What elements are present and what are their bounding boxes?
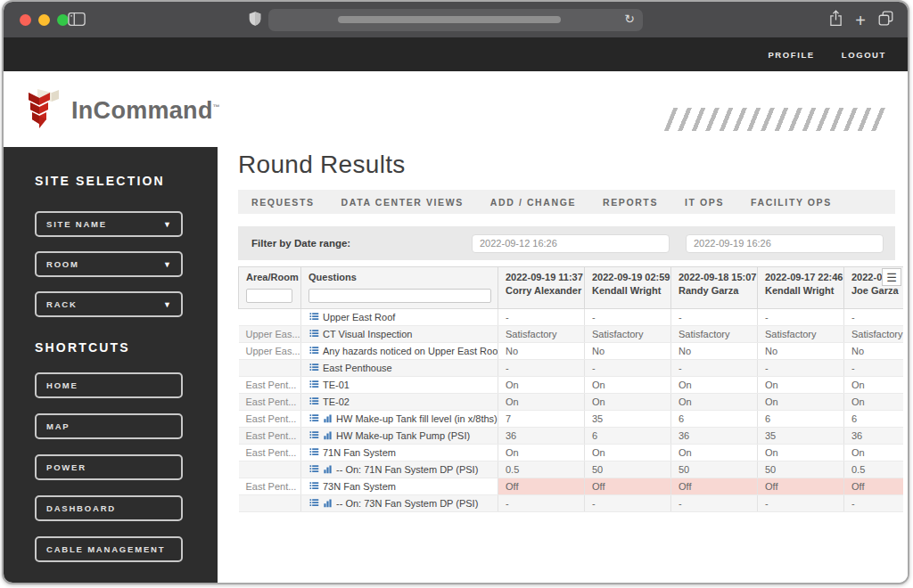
value-cell: Satisfactory bbox=[671, 326, 758, 343]
value-cell: 50 bbox=[671, 461, 758, 478]
value-cell: - bbox=[844, 495, 904, 512]
value-cell: No bbox=[844, 343, 904, 360]
value-cell: - bbox=[498, 309, 585, 326]
sidebar: SITE SELECTION SITE NAME▼ROOM▼RACK▼ SHOR… bbox=[4, 147, 218, 583]
value-cell: Satisfactory bbox=[585, 326, 671, 343]
question-chart-icon[interactable] bbox=[323, 464, 333, 476]
value-cell: Satisfactory bbox=[758, 326, 844, 343]
question-list-icon[interactable] bbox=[308, 345, 319, 357]
minimize-button[interactable] bbox=[38, 14, 50, 26]
value-cell: 36 bbox=[844, 428, 904, 445]
questions-column-filter-input[interactable] bbox=[308, 289, 491, 303]
value-cell: 6 bbox=[671, 411, 758, 428]
sidebar-toggle-icon[interactable] bbox=[68, 12, 86, 30]
sidebar-item-map[interactable]: MAP bbox=[35, 413, 183, 439]
table-row: East Pent...HW Make-up Tank fill level (… bbox=[239, 411, 904, 428]
dropdown-room[interactable]: ROOM▼ bbox=[35, 251, 183, 277]
question-list-icon[interactable] bbox=[308, 396, 319, 408]
question-chart-icon[interactable] bbox=[323, 413, 333, 425]
value-cell: 0.5 bbox=[498, 461, 585, 478]
results-table-wrap: Area/Room Questions 2022-09-19 11:37Corr… bbox=[238, 266, 903, 512]
incommand-logo[interactable]: InCommand™ bbox=[25, 87, 220, 134]
tab-requests[interactable]: REQUESTS bbox=[238, 197, 328, 208]
value-cell: 36 bbox=[671, 428, 758, 445]
question-list-icon[interactable] bbox=[308, 480, 319, 493]
dropdown-label: RACK bbox=[46, 299, 78, 309]
area-cell: Upper Eas... bbox=[239, 343, 301, 360]
value-cell: - bbox=[671, 360, 758, 377]
question-list-icon[interactable] bbox=[308, 497, 319, 510]
dropdown-site-name[interactable]: SITE NAME▼ bbox=[35, 211, 183, 237]
question-list-icon[interactable] bbox=[308, 446, 319, 459]
value-cell: No bbox=[671, 343, 758, 360]
address-bar[interactable]: ↻ bbox=[268, 9, 643, 31]
logout-link[interactable]: LOGOUT bbox=[842, 50, 886, 60]
grid-menu-button[interactable]: ☰ bbox=[882, 268, 901, 286]
tab-reports[interactable]: REPORTS bbox=[589, 197, 671, 208]
shortcut-label: DASHBOARD bbox=[46, 503, 116, 513]
value-cell: On bbox=[671, 394, 758, 411]
dropdown-rack[interactable]: RACK▼ bbox=[35, 291, 183, 317]
dropdown-label: SITE NAME bbox=[46, 219, 107, 229]
question-list-icon[interactable] bbox=[308, 311, 319, 323]
app-top-bar: PROFILE LOGOUT bbox=[4, 37, 908, 71]
table-row: -- On: 73N Fan System DP (PSI)----- bbox=[239, 495, 904, 512]
main-nav-tabs: REQUESTSDATA CENTER VIEWSADD / CHANGEREP… bbox=[238, 190, 895, 214]
column-header-result: 2022-09-17 22:46Kendall Wright bbox=[758, 267, 844, 309]
show-tabs-icon[interactable] bbox=[878, 11, 893, 29]
reload-icon[interactable]: ↻ bbox=[624, 12, 635, 26]
value-cell: On bbox=[844, 377, 904, 394]
area-cell: East Pent... bbox=[239, 445, 301, 461]
chevron-down-icon: ▼ bbox=[163, 300, 171, 309]
value-cell: 50 bbox=[758, 461, 844, 478]
profile-link[interactable]: PROFILE bbox=[768, 50, 814, 60]
area-column-filter-input[interactable] bbox=[246, 289, 292, 303]
question-list-icon[interactable] bbox=[308, 463, 319, 476]
date-to-input[interactable] bbox=[686, 234, 884, 253]
area-cell bbox=[239, 309, 301, 326]
value-cell: Satisfactory bbox=[498, 326, 585, 343]
sidebar-item-power[interactable]: POWER bbox=[35, 454, 183, 480]
question-cell: Upper East Roof bbox=[301, 309, 498, 326]
window-controls bbox=[20, 14, 69, 26]
round-results-table: Area/Room Questions 2022-09-19 11:37Corr… bbox=[238, 266, 903, 512]
sidebar-item-cable-management[interactable]: CABLE MANAGEMENT bbox=[35, 536, 183, 562]
question-chart-icon[interactable] bbox=[323, 498, 333, 510]
brand-name: InCommand™ bbox=[71, 97, 220, 125]
tab-data-center-views[interactable]: DATA CENTER VIEWS bbox=[328, 197, 477, 208]
value-cell: 6 bbox=[758, 411, 844, 428]
value-cell: Off bbox=[758, 478, 844, 495]
area-cell: East Pent... bbox=[239, 428, 301, 445]
value-cell: - bbox=[671, 495, 758, 512]
value-cell: On bbox=[671, 445, 758, 461]
tab-facility-ops[interactable]: FACILITY OPS bbox=[737, 197, 845, 208]
question-list-icon[interactable] bbox=[308, 379, 319, 391]
value-cell: Off bbox=[498, 478, 585, 495]
browser-chrome: ↻ + bbox=[4, 2, 908, 37]
value-cell: 36 bbox=[498, 428, 585, 445]
date-from-input[interactable] bbox=[472, 234, 670, 253]
sidebar-item-dashboard[interactable]: DASHBOARD bbox=[35, 495, 183, 521]
shortcuts-heading: SHORTCUTS bbox=[35, 340, 218, 355]
table-row: East Pent...TE-01OnOnOnOnOn bbox=[239, 377, 904, 394]
masthead: InCommand™ bbox=[4, 71, 908, 147]
question-list-icon[interactable] bbox=[308, 362, 319, 374]
share-icon[interactable] bbox=[829, 10, 843, 30]
value-cell: - bbox=[758, 360, 844, 377]
tab-it-ops[interactable]: IT OPS bbox=[671, 197, 737, 208]
question-cell: TE-02 bbox=[301, 394, 498, 411]
shortcut-label: CABLE MANAGEMENT bbox=[46, 544, 165, 554]
question-list-icon[interactable] bbox=[308, 429, 319, 442]
question-list-icon[interactable] bbox=[308, 412, 319, 425]
new-tab-icon[interactable]: + bbox=[855, 12, 866, 29]
sidebar-item-home[interactable]: HOME bbox=[35, 372, 183, 398]
close-button[interactable] bbox=[20, 14, 31, 26]
question-chart-icon[interactable] bbox=[323, 430, 333, 442]
tab-add-change[interactable]: ADD / CHANGE bbox=[477, 197, 589, 208]
value-cell: 6 bbox=[585, 428, 671, 445]
table-row: East Pent...73N Fan SystemOffOffOffOffOf… bbox=[239, 478, 904, 495]
value-cell: On bbox=[758, 394, 844, 411]
question-list-icon[interactable] bbox=[308, 328, 319, 340]
incommand-logo-icon bbox=[25, 87, 62, 134]
shortcut-buttons: HOMEMAPPOWERDASHBOARDCABLE MANAGEMENT bbox=[35, 372, 218, 562]
